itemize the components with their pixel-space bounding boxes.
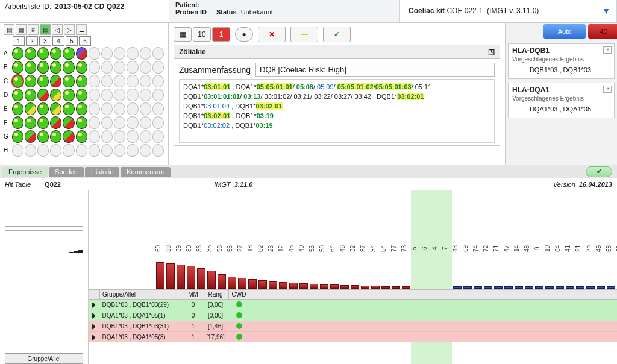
well-E3[interactable] [37, 102, 49, 115]
plate-tool-green[interactable]: ▤ [40, 24, 51, 35]
chevron-down-icon[interactable]: ▼ [602, 6, 610, 16]
well-C1[interactable] [12, 75, 23, 87]
well-H9[interactable] [114, 144, 125, 157]
fourD-button[interactable]: 4D [588, 24, 617, 39]
well-G8[interactable] [101, 130, 113, 143]
probe-72[interactable]: 72 [483, 241, 493, 256]
chart-icon[interactable]: ▁▂▃ [69, 246, 83, 253]
probe-64[interactable]: 64 [329, 241, 339, 256]
probe-10[interactable]: 10 [544, 241, 554, 256]
well-H12[interactable] [152, 144, 164, 157]
probe-59[interactable]: 59 [319, 241, 329, 256]
probe-12[interactable]: 12 [278, 241, 288, 256]
probe-32[interactable]: 32 [349, 241, 360, 256]
tab-historie[interactable]: Historie [85, 167, 119, 177]
well-B2[interactable] [25, 61, 36, 74]
well-D1[interactable] [12, 89, 23, 101]
well-F12[interactable] [152, 116, 164, 129]
plate-col-5[interactable]: 5 [66, 36, 78, 46]
well-B4[interactable] [50, 61, 61, 74]
well-F6[interactable] [76, 116, 87, 129]
well-E10[interactable] [127, 102, 138, 115]
well-C8[interactable] [101, 75, 113, 87]
well-C5[interactable] [63, 75, 74, 87]
well-E8[interactable] [101, 102, 113, 115]
col-ga[interactable]: Gruppe/Allel [100, 290, 184, 300]
well-B9[interactable] [114, 61, 125, 74]
col-cwd[interactable]: CWD [229, 290, 249, 300]
probe-14[interactable]: 14 [513, 241, 524, 256]
col-rang[interactable]: Rang [202, 290, 229, 300]
filter-input-1[interactable] [5, 215, 83, 227]
probe-40[interactable]: 40 [298, 241, 308, 256]
well-F8[interactable] [101, 116, 113, 129]
plate-tool-1[interactable]: ▤ [4, 24, 14, 35]
well-F7[interactable] [89, 116, 100, 129]
plate-tool-hash[interactable]: # [28, 24, 39, 35]
accept-button[interactable]: ✓ [323, 27, 351, 42]
probe-68[interactable]: 68 [606, 241, 616, 256]
well-E9[interactable] [114, 102, 125, 115]
well-C4[interactable] [50, 75, 61, 87]
locus-card-0[interactable]: ↗HLA-DQB1Vorgeschlagenes ErgebnisDQB1*03… [508, 43, 615, 79]
well-H3[interactable] [37, 144, 49, 157]
plate-col-2[interactable]: 2 [26, 36, 38, 46]
probe-5[interactable]: 5 [411, 241, 421, 256]
well-D10[interactable] [127, 89, 138, 101]
probe-82[interactable]: 82 [257, 241, 268, 256]
well-H1[interactable] [12, 144, 23, 157]
probe-6[interactable]: 6 [421, 241, 431, 256]
well-A9[interactable] [114, 47, 125, 60]
well-H8[interactable] [101, 144, 113, 157]
tab-ergebnisse[interactable]: Ergebnisse [2, 167, 48, 177]
well-H4[interactable] [50, 144, 61, 157]
well-G11[interactable] [140, 130, 151, 143]
expand-icon[interactable]: ◗ [89, 332, 100, 343]
expand-icon[interactable]: ◗ [89, 321, 100, 332]
well-D4[interactable] [50, 89, 61, 101]
probe-47[interactable]: 47 [503, 241, 513, 256]
probe-9[interactable]: 9 [534, 241, 544, 256]
well-F1[interactable] [12, 116, 23, 129]
well-D2[interactable] [25, 89, 36, 101]
well-G4[interactable] [50, 130, 61, 143]
filter-input-2[interactable] [5, 230, 83, 242]
well-D12[interactable] [152, 89, 164, 101]
plate-col-6[interactable]: 6 [79, 36, 91, 46]
well-E1[interactable] [12, 102, 23, 115]
probe-53[interactable]: 53 [308, 241, 319, 256]
well-C12[interactable] [152, 75, 164, 87]
probe-73[interactable]: 73 [401, 241, 411, 256]
well-A2[interactable] [25, 47, 36, 60]
probe-21[interactable]: 21 [575, 241, 585, 256]
well-A4[interactable] [50, 47, 61, 60]
well-B6[interactable] [76, 61, 87, 74]
plate-prev[interactable]: ◁ [52, 24, 63, 35]
col-mm[interactable]: MM [184, 290, 202, 300]
well-G9[interactable] [114, 130, 125, 143]
well-H6[interactable] [76, 144, 87, 157]
probe-80[interactable]: 80 [186, 241, 196, 256]
tab-sonden[interactable]: Sonden [49, 167, 84, 177]
well-E11[interactable] [140, 102, 151, 115]
probe-36[interactable]: 36 [196, 241, 206, 256]
probe-27[interactable]: 27 [237, 241, 247, 256]
well-F2[interactable] [25, 116, 36, 129]
well-A5[interactable] [63, 47, 74, 60]
probe-18[interactable]: 18 [247, 241, 257, 256]
well-E7[interactable] [89, 102, 100, 115]
result-row[interactable]: ◗DQB1*03 , DQB1*03(29)0[0,00] [89, 300, 618, 310]
well-C2[interactable] [25, 75, 36, 87]
probe-49[interactable]: 49 [595, 241, 606, 256]
probe-84[interactable]: 84 [554, 241, 565, 256]
popout-icon[interactable]: ↗ [603, 46, 612, 54]
probe-38[interactable]: 38 [165, 241, 175, 256]
well-G3[interactable] [37, 130, 49, 143]
probe-7[interactable]: 7 [442, 241, 452, 256]
tab-kommentare[interactable]: Kommentare [121, 167, 171, 177]
probe-25[interactable]: 25 [585, 241, 595, 256]
popout-icon[interactable]: ↗ [603, 86, 612, 93]
expand-icon[interactable]: ◗ [89, 310, 100, 321]
reject-button[interactable]: ✕ [258, 27, 286, 42]
probe-39[interactable]: 39 [175, 241, 186, 256]
